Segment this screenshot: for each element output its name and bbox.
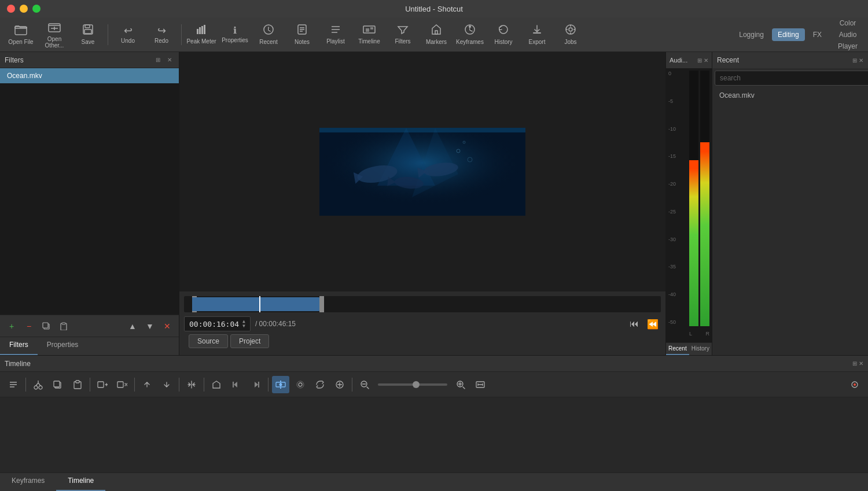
scrubber-playhead[interactable] [259,296,260,312]
add-filter-button[interactable]: + [5,319,19,333]
meter-label-50: -50 [668,319,676,325]
zoom-in-button[interactable] [452,376,469,393]
go-to-start-button[interactable]: ⏮ [626,316,642,332]
timeline-icon [363,24,376,36]
open-file-button[interactable]: Open File [5,20,37,50]
jobs-label: Jobs [564,39,576,45]
fx-mode-button[interactable]: FX [807,28,827,41]
filters-label: Filters [395,38,410,45]
close-button[interactable] [7,5,15,13]
tl-copy-button[interactable] [49,376,67,393]
tl-split-button[interactable] [183,376,200,393]
audio-panel-title: Audi... [670,57,687,64]
open-other-button[interactable]: Open Other... [38,20,71,50]
record-button[interactable] [846,376,863,393]
recent-audio-tab[interactable]: Recent [666,343,689,355]
deactivate-filter-button[interactable]: ✕ [160,319,174,333]
audio-mode-button[interactable]: Audio [832,29,863,40]
tl-ripple-button[interactable] [292,376,309,393]
meter-label-10: -10 [668,126,676,132]
tl-snap-button[interactable] [272,376,289,393]
save-button[interactable]: Save [72,20,104,50]
timeline-scrubber[interactable] [184,296,661,312]
meter-label-40: -40 [668,291,676,297]
notes-label: Notes [295,39,310,45]
move-down-button[interactable]: ▼ [143,319,157,333]
svg-point-42 [279,383,282,386]
zoom-fit-button[interactable] [472,376,489,393]
playback-buttons: ⏮ ⏪ [626,316,661,332]
recent-float-button[interactable]: ⊞ [852,57,857,64]
source-tab-button[interactable]: Source [189,334,228,348]
recent-close-button[interactable]: ✕ [859,57,863,64]
timeline-tab[interactable]: Timeline [56,473,105,491]
export-button[interactable]: Export [521,20,553,50]
meter-label-5: -5 [668,98,676,104]
project-tab-button[interactable]: Project [230,334,269,348]
timeline-float-button[interactable]: ⊞ [852,360,857,367]
timecode-box[interactable]: 00:00:16:04 ▲ ▼ [184,316,251,331]
tab-properties[interactable]: Properties [38,337,88,355]
paste-filter-button[interactable] [57,319,71,333]
audio-close-button[interactable]: ✕ [704,57,708,64]
copy-filter-button[interactable] [39,319,53,333]
svg-rect-6 [199,27,201,34]
minimize-button[interactable] [20,5,28,13]
tl-paste-button[interactable] [69,376,86,393]
maximize-button[interactable] [32,5,41,13]
history-button[interactable]: History [487,20,520,50]
undo-icon: ↩ [124,25,133,36]
timeline-toolbar-button[interactable]: Timeline [353,20,385,50]
zoom-handle[interactable] [413,381,420,388]
meter-label-30: -30 [668,237,676,242]
zoom-out-button[interactable] [356,376,373,393]
editing-mode-button[interactable]: Editing [772,28,805,41]
undo-button[interactable]: ↩ Undo [112,20,144,50]
tl-prev-marker-button[interactable] [227,376,245,393]
keyframes-button[interactable]: Keyframes [454,20,486,50]
zoom-slider[interactable] [378,383,447,386]
tl-menu-button[interactable] [5,376,22,393]
jobs-button[interactable]: Jobs [554,20,587,50]
audio-float-button[interactable]: ⊞ [697,57,702,64]
recent-button[interactable]: Recent [252,20,285,50]
playlist-button[interactable]: Playlist [319,20,352,50]
recent-empty-area [712,103,868,355]
keyframes-tab[interactable]: Keyframes [0,473,56,491]
tab-filters[interactable]: Filters [0,337,38,355]
move-up-button[interactable]: ▲ [126,319,139,333]
tl-overwrite-button[interactable] [158,376,175,393]
logging-mode-button[interactable]: Logging [733,28,770,41]
tl-append-button[interactable] [94,376,111,393]
markers-button[interactable]: Markers [420,20,453,50]
audio-panel: Audi... ⊞ ✕ 0 -5 -10 -15 -20 -25 -30 -35… [665,52,712,355]
color-mode-button[interactable]: Color [832,18,863,28]
remove-filter-button[interactable]: − [22,319,36,333]
tl-cut-button[interactable] [30,376,47,393]
panel-float-button[interactable]: ⊞ [153,56,163,65]
peak-meter-button[interactable]: Peak Meter [185,20,218,50]
panel-close-button[interactable]: ✕ [165,56,174,65]
tl-next-marker-button[interactable] [247,376,264,393]
notes-button[interactable]: Notes [286,20,318,50]
titlebar: Untitled - Shotcut [0,0,868,17]
tl-marker-button[interactable] [208,376,225,393]
tc-down-arrow[interactable]: ▼ [242,324,245,328]
recent-item-ocean[interactable]: Ocean.mkv [712,88,868,103]
tl-scrub-button[interactable] [331,376,348,393]
tl-delete-button[interactable] [113,376,131,393]
recent-label: Recent [259,39,278,45]
properties-button[interactable]: ℹ Properties [219,20,251,50]
play-reverse-button[interactable]: ⏪ [645,316,661,332]
redo-button[interactable]: ↪ Redo [145,20,178,50]
recent-search-input[interactable] [715,71,868,86]
redo-label: Redo [155,38,168,44]
timeline-close-button[interactable]: ✕ [859,360,863,367]
scrubber-out-point [319,296,324,312]
player-mode-button[interactable]: Player [832,41,863,51]
filters-button[interactable]: Filters [387,20,419,50]
tl-lift-button[interactable] [138,376,156,393]
save-icon [82,24,94,37]
history-audio-tab[interactable]: History [689,343,712,355]
tl-loop-button[interactable] [311,376,329,393]
